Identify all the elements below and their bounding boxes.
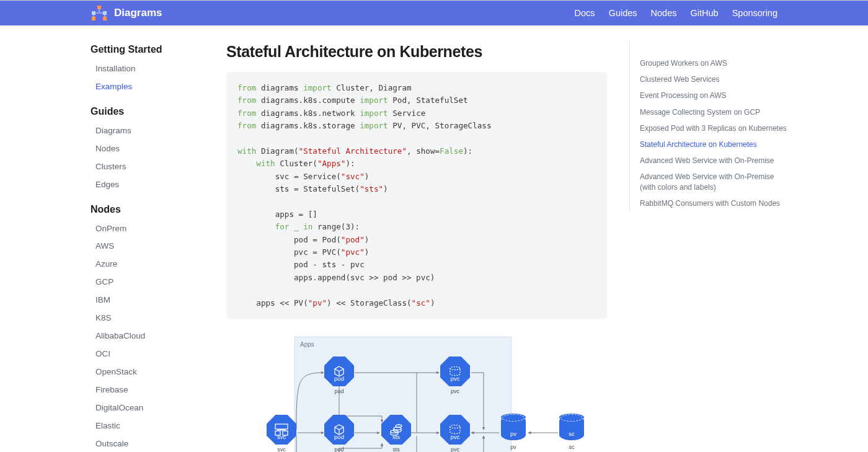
pvc-icon xyxy=(440,357,470,386)
logo-icon xyxy=(91,4,108,22)
sidebar-heading: Nodes xyxy=(91,204,219,215)
toc-item[interactable]: RabbitMQ Consumers with Custom Nodes xyxy=(640,195,787,211)
diagram: Apps xyxy=(260,337,595,452)
node-pod-1: pod pod xyxy=(324,357,354,394)
code-block: from diagrams import Cluster, Diagram fr… xyxy=(226,72,607,319)
toc-item[interactable]: Stateful Architecture on Kubernetes xyxy=(640,136,787,153)
svg-point-12 xyxy=(450,425,460,428)
node-sts: sts sts xyxy=(381,415,411,452)
sidebar-item-digitalocean[interactable]: DigitalOcean xyxy=(91,399,219,417)
svg-point-11 xyxy=(450,367,460,370)
sidebar-item-diagrams[interactable]: Diagrams xyxy=(91,122,219,140)
sidebar-item-aws[interactable]: AWS xyxy=(91,237,219,255)
nav-link-sponsoring[interactable]: Sponsoring xyxy=(732,8,777,18)
toc-item[interactable]: Clustered Web Services xyxy=(640,71,787,87)
sidebar-item-gcp[interactable]: GCP xyxy=(91,273,219,291)
sidebar-heading: Getting Started xyxy=(91,44,219,55)
sidebar-item-outscale[interactable]: Outscale xyxy=(91,435,219,452)
sidebar-item-alibabacloud[interactable]: AlibabaCloud xyxy=(91,327,219,345)
sidebar-item-ibm[interactable]: IBM xyxy=(91,291,219,309)
sidebar-item-onprem[interactable]: OnPrem xyxy=(91,220,219,238)
svg-rect-0 xyxy=(97,6,101,9)
svc-icon xyxy=(267,415,296,445)
node-pvc-1: pvc pvc xyxy=(440,357,470,394)
toc-item[interactable]: Grouped Workers on AWS xyxy=(640,55,787,71)
sidebar-item-examples[interactable]: Examples xyxy=(91,78,219,96)
nav-right: DocsGuidesNodesGitHubSponsoring xyxy=(575,8,777,18)
sidebar-heading: Guides xyxy=(91,106,219,117)
toc-item[interactable]: Advanced Web Service with On-Premise (wi… xyxy=(640,169,787,195)
page-title: Stateful Architecture on Kubernetes xyxy=(226,43,607,61)
node-pod-2: pod pod xyxy=(324,415,354,452)
toc: Grouped Workers on AWSClustered Web Serv… xyxy=(629,40,787,211)
node-svc: svc svc xyxy=(267,415,296,452)
svg-rect-7 xyxy=(283,431,288,435)
sts-icon xyxy=(381,415,411,445)
sidebar-item-edges[interactable]: Edges xyxy=(91,176,219,194)
node-sc: sc sc xyxy=(559,415,584,450)
svg-point-10 xyxy=(396,425,402,427)
sidebar-item-openstack[interactable]: OpenStack xyxy=(91,363,219,381)
sidebar-item-oci[interactable]: OCI xyxy=(91,345,219,363)
svg-rect-3 xyxy=(92,17,95,20)
node-pv: pv pv xyxy=(501,415,526,450)
sidebar-item-installation[interactable]: Installation xyxy=(91,60,219,78)
nav-link-nodes[interactable]: Nodes xyxy=(651,8,677,18)
pv-icon xyxy=(501,415,526,440)
toc-item[interactable]: Exposed Pod with 3 Replicas on Kubernete… xyxy=(640,120,787,136)
pvc-icon xyxy=(440,415,470,445)
svg-rect-5 xyxy=(275,424,288,429)
toc-item[interactable]: Message Collecting System on GCP xyxy=(640,104,787,120)
cluster-label: Apps xyxy=(300,341,314,348)
sidebar-item-firebase[interactable]: Firebase xyxy=(91,381,219,399)
sidebar-left: Getting StartedInstallationExamplesGuide… xyxy=(81,25,226,452)
svg-rect-4 xyxy=(103,17,107,20)
sc-icon xyxy=(559,415,584,440)
sidebar-item-k8s[interactable]: K8S xyxy=(91,309,219,327)
sidebar-item-azure[interactable]: Azure xyxy=(91,255,219,273)
sidebar-item-clusters[interactable]: Clusters xyxy=(91,158,219,176)
toc-item[interactable]: Event Processing on AWS xyxy=(640,87,787,104)
node-pvc-2: pvc pvc xyxy=(440,415,470,452)
main-content: Stateful Architecture on Kubernetes from… xyxy=(226,25,629,452)
brand-text: Diagrams xyxy=(114,7,162,19)
brand[interactable]: Diagrams xyxy=(91,4,162,22)
sidebar-item-elastic[interactable]: Elastic xyxy=(91,417,219,435)
svg-rect-6 xyxy=(275,431,280,435)
navbar: Diagrams DocsGuidesNodesGitHubSponsoring xyxy=(0,1,868,25)
nav-link-docs[interactable]: Docs xyxy=(575,8,595,18)
nav-link-github[interactable]: GitHub xyxy=(691,8,719,18)
pod-icon xyxy=(324,357,354,386)
pod-icon xyxy=(324,415,354,445)
nav-link-guides[interactable]: Guides xyxy=(609,8,637,18)
sidebar-item-nodes[interactable]: Nodes xyxy=(91,140,219,158)
toc-item[interactable]: Advanced Web Service with On-Premise xyxy=(640,153,787,169)
